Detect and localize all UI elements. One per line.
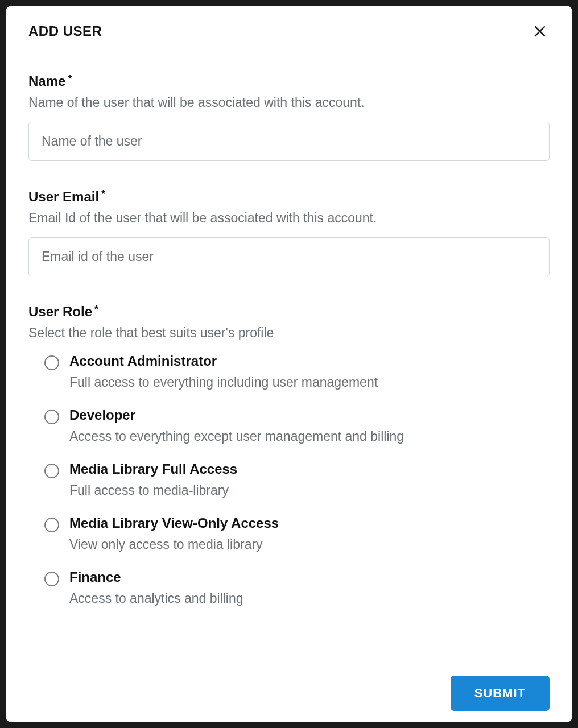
radio-icon[interactable] bbox=[44, 518, 59, 532]
modal-header: ADD USER bbox=[6, 6, 572, 55]
role-option-desc: View only access to media library bbox=[69, 537, 550, 552]
add-user-modal: ADD USER Name* Name of the user that wil… bbox=[6, 6, 572, 722]
close-button[interactable] bbox=[530, 22, 550, 41]
modal-footer: SUBMIT bbox=[6, 664, 572, 722]
role-option-text: Developer Access to everything except us… bbox=[69, 407, 550, 444]
role-help-text: Select the role that best suits user's p… bbox=[28, 325, 550, 341]
submit-button[interactable]: SUBMIT bbox=[451, 676, 550, 711]
email-field-group: User Email* Email Id of the user that wi… bbox=[28, 188, 550, 276]
role-options-list: Account Administrator Full access to eve… bbox=[28, 353, 550, 606]
role-option-text: Finance Access to analytics and billing bbox=[69, 569, 550, 606]
role-option-developer[interactable]: Developer Access to everything except us… bbox=[44, 407, 550, 444]
role-option-desc: Full access to everything including user… bbox=[69, 375, 550, 390]
name-input[interactable] bbox=[28, 122, 550, 161]
radio-icon[interactable] bbox=[44, 410, 59, 424]
required-marker: * bbox=[101, 188, 105, 200]
role-option-text: Media Library View-Only Access View only… bbox=[69, 515, 550, 552]
role-option-finance[interactable]: Finance Access to analytics and billing bbox=[44, 569, 550, 606]
required-marker: * bbox=[94, 304, 98, 315]
email-help-text: Email Id of the user that will be associ… bbox=[28, 210, 550, 226]
role-option-desc: Access to analytics and billing bbox=[69, 591, 550, 606]
role-option-account-administrator[interactable]: Account Administrator Full access to eve… bbox=[44, 353, 550, 390]
name-field-group: Name* Name of the user that will be asso… bbox=[28, 73, 550, 161]
required-marker: * bbox=[68, 73, 72, 85]
name-help-text: Name of the user that will be associated… bbox=[28, 95, 550, 110]
role-label: User Role bbox=[28, 304, 92, 320]
modal-title: ADD USER bbox=[28, 23, 102, 39]
role-option-media-library-view-only[interactable]: Media Library View-Only Access View only… bbox=[44, 515, 550, 552]
radio-icon[interactable] bbox=[44, 464, 59, 478]
role-option-text: Media Library Full Access Full access to… bbox=[69, 461, 550, 498]
role-option-desc: Access to everything except user managem… bbox=[69, 429, 550, 444]
role-option-text: Account Administrator Full access to eve… bbox=[69, 353, 550, 390]
email-label: User Email bbox=[28, 189, 99, 205]
role-option-name: Finance bbox=[69, 569, 550, 585]
role-option-name: Media Library View-Only Access bbox=[69, 515, 550, 531]
name-label: Name bbox=[28, 73, 65, 89]
email-input[interactable] bbox=[28, 237, 550, 276]
role-option-desc: Full access to media-library bbox=[69, 483, 550, 498]
role-option-media-library-full[interactable]: Media Library Full Access Full access to… bbox=[44, 461, 550, 498]
modal-body[interactable]: Name* Name of the user that will be asso… bbox=[6, 55, 572, 664]
role-option-name: Media Library Full Access bbox=[69, 461, 550, 477]
role-field-group: User Role* Select the role that best sui… bbox=[28, 304, 550, 606]
role-option-name: Developer bbox=[69, 407, 550, 423]
radio-icon[interactable] bbox=[44, 572, 59, 586]
modal-backdrop: ADD USER Name* Name of the user that wil… bbox=[0, 0, 578, 728]
close-icon bbox=[532, 24, 547, 39]
role-option-name: Account Administrator bbox=[69, 353, 550, 369]
radio-icon[interactable] bbox=[44, 355, 59, 370]
